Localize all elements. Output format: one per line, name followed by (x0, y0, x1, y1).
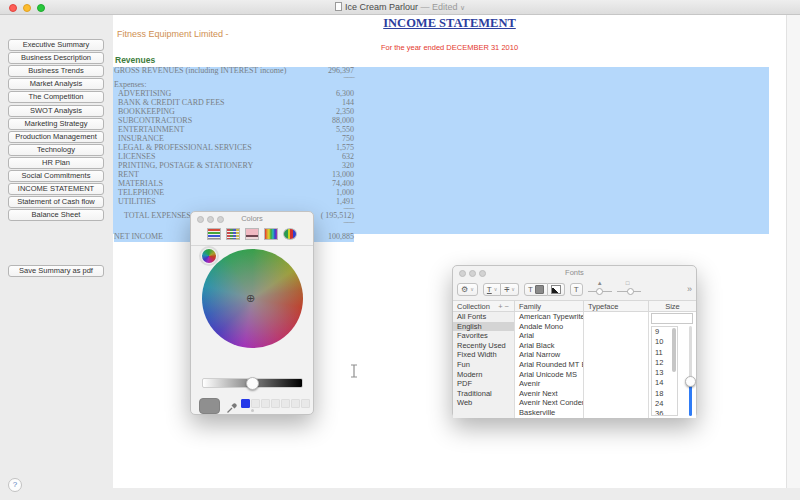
document-color-button[interactable] (548, 283, 565, 296)
family-header[interactable]: Family (515, 301, 584, 311)
shadow-opacity-slider[interactable]: ▲ (588, 282, 612, 296)
sidebar-item[interactable]: Marketing Strategy (8, 118, 104, 130)
collection-item[interactable]: Web (453, 398, 514, 408)
collection-item[interactable]: All Fonts (453, 312, 514, 322)
sidebar-item[interactable]: The Competition (8, 91, 104, 103)
sidebar-item[interactable]: Business Trends (8, 65, 104, 77)
sidebar-item[interactable]: Executive Summary (8, 39, 104, 51)
collection-item[interactable]: Favorites (453, 331, 514, 341)
sidebar-item[interactable]: INCOME STATEMENT (8, 183, 104, 195)
brightness-slider-thumb[interactable] (246, 377, 259, 390)
save-summary-pdf-button[interactable]: Save Summary as pdf (8, 265, 104, 277)
actions-gear-button[interactable]: ⚙ ∨ (457, 283, 478, 296)
sidebar-item[interactable]: Statement of Cash flow (8, 196, 104, 208)
family-item[interactable]: Arial Black (515, 341, 583, 351)
size-item[interactable]: 36 (652, 409, 677, 416)
income-row-label: NET INCOME (114, 232, 163, 242)
zoom-button[interactable] (479, 270, 486, 277)
family-item[interactable]: Andale Mono (515, 322, 583, 332)
typeface-header[interactable]: Typeface (584, 301, 649, 311)
close-button[interactable] (197, 216, 204, 223)
underline-button[interactable]: T ∨ (483, 283, 502, 296)
help-button[interactable]: ? (8, 478, 22, 492)
collection-item[interactable]: Modern (453, 370, 514, 380)
size-item[interactable]: 14 (652, 378, 677, 388)
swatch-blue[interactable] (241, 399, 250, 408)
size-input[interactable] (651, 313, 693, 324)
minus-icon[interactable]: − (505, 302, 511, 311)
sidebar-item[interactable]: Social Commitments (8, 170, 104, 182)
swatch-empty[interactable] (281, 399, 290, 408)
chevron-down-icon[interactable]: ∨ (460, 4, 465, 11)
collection-item[interactable]: PDF (453, 379, 514, 389)
crosshair-icon[interactable]: ⊕ (246, 292, 255, 305)
family-list: American Typewrite Andale Mono Arial Ari… (515, 312, 584, 418)
zoom-button[interactable] (217, 216, 224, 223)
text-shadow-button[interactable]: T (570, 283, 583, 296)
pencils-icon[interactable] (283, 228, 297, 240)
fonts-panel-titlebar[interactable]: Fonts (453, 266, 696, 280)
swatch-empty[interactable] (261, 399, 270, 408)
spectrum-icon[interactable] (264, 228, 278, 240)
family-item[interactable]: Baskerville (515, 408, 583, 418)
color-wheel[interactable]: ⊕ (202, 249, 303, 348)
size-header[interactable]: Size (649, 301, 696, 311)
collection-item[interactable]: Recently Used (453, 341, 514, 351)
sidebar-item[interactable]: Balance Sheet (8, 209, 104, 221)
sidebar-item[interactable]: SWOT Analysis (8, 105, 104, 117)
minimize-button[interactable] (469, 270, 476, 277)
scrollbar-track[interactable] (786, 15, 800, 488)
sidebar-item[interactable]: Business Description (8, 52, 104, 64)
family-item[interactable]: American Typewrite (515, 312, 583, 322)
close-button[interactable] (459, 270, 466, 277)
shadow-blur-slider[interactable]: □ (617, 282, 641, 296)
income-row-value: 750 (342, 134, 354, 143)
title-bar: Ice Cream Parlour — Edited ∨ (0, 0, 800, 15)
slider-knob[interactable] (596, 288, 603, 295)
family-item[interactable]: Arial Rounded MT B (515, 360, 583, 370)
eyedropper-icon[interactable] (226, 400, 237, 418)
resize-handle[interactable] (251, 409, 254, 412)
family-item[interactable]: Arial Unicode MS (515, 370, 583, 380)
color-palettes-icon[interactable] (226, 228, 240, 240)
size-scrollbar[interactable] (672, 328, 676, 372)
collection-item[interactable]: Fixed Width (453, 350, 514, 360)
collection-item[interactable]: Fun (453, 360, 514, 370)
family-item[interactable]: Avenir (515, 379, 583, 389)
toolbar-overflow-icon[interactable]: » (687, 284, 692, 294)
add-remove-collection[interactable]: +− (498, 301, 511, 311)
slider-knob[interactable] (627, 288, 634, 295)
family-item[interactable]: Arial (515, 331, 583, 341)
color-sliders-icon[interactable] (207, 228, 221, 240)
swatch-empty[interactable] (271, 399, 280, 408)
sidebar-item[interactable]: Technology (8, 144, 104, 156)
sidebar-item[interactable]: Market Analysis (8, 78, 104, 90)
swatch-empty[interactable] (301, 399, 310, 408)
typeface-list (584, 312, 649, 418)
strikethrough-button[interactable]: T ∨ (501, 283, 519, 296)
collection-item[interactable]: Traditional (453, 389, 514, 399)
brightness-slider[interactable] (202, 378, 303, 388)
swatch-empty[interactable] (251, 399, 260, 408)
family-item[interactable]: Avenir Next Conden (515, 398, 583, 408)
swatch-empty[interactable] (291, 399, 300, 408)
image-palettes-icon[interactable] (245, 228, 259, 240)
sidebar-item[interactable]: HR Plan (8, 157, 104, 169)
size-slider-knob[interactable] (685, 376, 696, 387)
family-item[interactable]: Arial Narrow (515, 350, 583, 360)
size-item[interactable]: 18 (652, 389, 677, 399)
minimize-button[interactable] (207, 216, 214, 223)
current-color-well[interactable] (199, 398, 220, 414)
colors-panel-titlebar[interactable]: Colors (191, 212, 313, 226)
size-slider[interactable] (685, 326, 696, 416)
text-color-button[interactable]: T (524, 283, 548, 296)
collection-item[interactable]: English (453, 322, 514, 332)
family-item[interactable]: Avenir Next (515, 389, 583, 399)
collection-header[interactable]: Collection +− (453, 301, 515, 311)
size-item[interactable]: 24 (652, 399, 677, 409)
sidebar-item[interactable]: Production Management (8, 131, 104, 143)
income-row-label: TOTAL EXPENSES (124, 211, 191, 220)
income-row-label: BANK & CREDIT CARD FEES (118, 98, 225, 107)
color-wheel-icon[interactable] (202, 249, 216, 263)
section-heading: Revenues (115, 55, 155, 65)
